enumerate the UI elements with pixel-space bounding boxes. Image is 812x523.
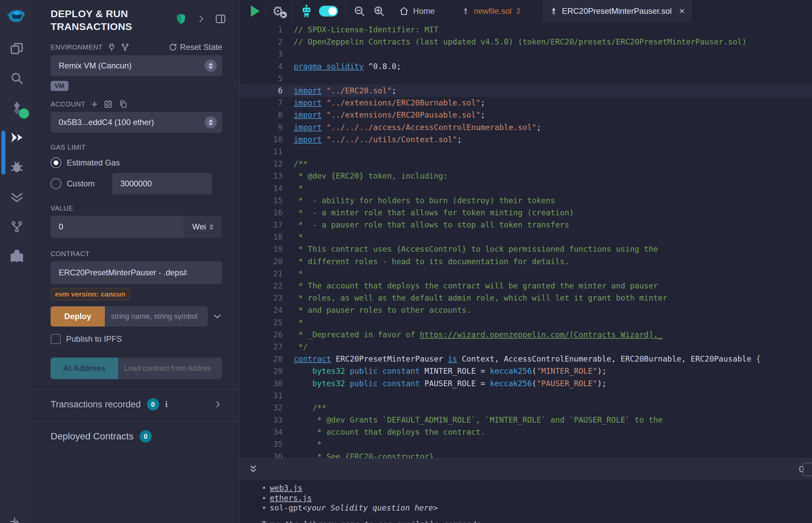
line-number: 33 — [240, 415, 283, 424]
code-line[interactable]: 2// OpenZeppelin Contracts (last updated… — [240, 36, 812, 48]
code-line[interactable]: 24 * and pauser roles to other accounts. — [240, 304, 812, 316]
terminal-search-box[interactable] — [802, 463, 812, 476]
expand-args-icon[interactable] — [212, 311, 222, 322]
tab-home[interactable]: Home — [391, 0, 442, 22]
remix-logo[interactable] — [0, 0, 34, 34]
terminal-output[interactable]: •web3.js•ethers.js•sol-gpt <your Solidit… — [240, 480, 812, 523]
fork-environment-icon[interactable] — [121, 43, 129, 52]
account-select[interactable]: 0x5B3...eddC4 (100 ether) — [51, 112, 222, 133]
reset-state-button[interactable]: Reset State — [169, 42, 222, 52]
vm-badge: VM — [51, 81, 68, 91]
custom-gas-option[interactable]: Custom — [51, 173, 222, 195]
code-line[interactable]: 6import "../ERC20.sol"; — [240, 85, 812, 97]
collapse-panel-icon[interactable] — [197, 15, 205, 23]
publish-checkbox[interactable] — [51, 334, 61, 344]
sidebar-item-file-explorer[interactable] — [0, 34, 34, 64]
code-line[interactable]: 20 * different roles - head to its docum… — [240, 255, 812, 268]
zoom-in-button[interactable] — [373, 5, 385, 18]
value-input[interactable] — [51, 216, 184, 238]
terminal-bar[interactable]: 0 — [240, 458, 812, 480]
code-line[interactable]: 8import "../extensions/ERC20Pausable.sol… — [240, 109, 812, 121]
contract-label: CONTRACT — [51, 250, 222, 258]
code-line[interactable]: 10import "../../../utils/Context.sol"; — [240, 133, 812, 146]
code-line[interactable]: 32 /** — [240, 402, 812, 414]
line-number: 35 — [240, 440, 283, 449]
value-unit-select[interactable]: Wei — [184, 216, 222, 238]
copy-address-icon[interactable] — [119, 100, 127, 109]
sidebar-item-git[interactable] — [0, 212, 34, 241]
code-line[interactable]: 1// SPDX-License-Identifier: MIT — [240, 23, 812, 36]
custom-gas-input[interactable] — [112, 173, 212, 195]
code-line[interactable]: 29 bytes32 public constant MINTER_ROLE =… — [240, 365, 812, 377]
code-line[interactable]: 33 * @dev Grants `DEFAULT_ADMIN_ROLE`, `… — [240, 414, 812, 426]
terminal-link[interactable]: ethers.js — [270, 493, 312, 503]
shield-icon[interactable] — [175, 12, 187, 25]
pin-panel-icon[interactable] — [215, 13, 226, 24]
code-line[interactable]: 34 * account that deploys the contract. — [240, 426, 812, 438]
plug-icon[interactable] — [107, 43, 116, 52]
close-tab-icon[interactable]: × — [679, 6, 685, 17]
code-line[interactable]: 27 */ — [240, 341, 812, 353]
code-line[interactable]: 9import "../../../access/AccessControlEn… — [240, 121, 812, 133]
code-line[interactable]: 14 * — [240, 182, 812, 194]
code-line[interactable]: 7import "../extensions/ERC20Burnable.sol… — [240, 97, 812, 109]
code-line[interactable]: 11 — [240, 146, 812, 158]
run-script-button[interactable] — [251, 5, 260, 17]
deploy-button[interactable]: Deploy — [51, 306, 105, 327]
code-line[interactable]: 31 — [240, 390, 812, 402]
code-line[interactable]: 12/** — [240, 158, 812, 170]
sidebar-item-search[interactable] — [0, 64, 34, 93]
code-line[interactable]: 3 — [240, 48, 812, 60]
code-line[interactable]: 21 * — [240, 268, 812, 280]
zoom-out-button[interactable] — [353, 5, 366, 18]
sidebar-item-learneth[interactable] — [0, 241, 34, 271]
code-line[interactable]: 15 * - ability for holders to burn (dest… — [240, 195, 812, 206]
transactions-recorded-section[interactable]: Transactions recorded 0 i — [51, 398, 222, 411]
code-line[interactable]: 5 — [240, 72, 812, 85]
tab-newfile[interactable]: newfile.sol 2 — [454, 0, 528, 22]
learneth-icon — [10, 249, 24, 264]
line-number: 29 — [240, 367, 283, 375]
code-line[interactable]: 36 * See {ERC20-constructor}. — [240, 451, 812, 458]
code-line[interactable]: 4pragma solidity ^0.8.0; — [240, 60, 812, 72]
line-number: 20 — [240, 257, 283, 266]
code-line[interactable]: 17 * - a pauser role that allows to stop… — [240, 219, 812, 231]
code-editor[interactable]: 1// SPDX-License-Identifier: MIT2// Open… — [240, 22, 812, 458]
git-icon — [10, 220, 23, 233]
ai-assistant-button[interactable] — [299, 4, 314, 18]
info-icon[interactable]: i — [165, 399, 167, 410]
code-line[interactable]: 26 * _Deprecated in favor of https://wiz… — [240, 328, 812, 341]
at-address-input[interactable] — [118, 358, 222, 379]
at-address-button[interactable]: At Address — [51, 358, 118, 379]
code-line[interactable]: 19 * This contract uses {AccessControl} … — [240, 243, 812, 255]
code-line[interactable]: 28contract ERC20PresetMinterPauser is Co… — [240, 353, 812, 365]
code-line[interactable]: 22 * The account that deploys the contra… — [240, 280, 812, 292]
code-line[interactable]: 16 * - a minter role that allows for tok… — [240, 206, 812, 219]
sidebar-item-deploy-run[interactable] — [0, 123, 34, 152]
sign-message-icon[interactable] — [104, 100, 113, 109]
add-account-icon[interactable]: + — [91, 101, 98, 108]
code-line[interactable]: 25 * — [240, 317, 812, 328]
code-line[interactable]: 35 * — [240, 438, 812, 450]
expand-transactions-icon[interactable] — [213, 400, 222, 409]
code-line[interactable]: 13 * @dev {ERC20} token, including: — [240, 170, 812, 182]
estimated-gas-option[interactable]: Estimated Gas — [51, 156, 222, 169]
terminal-link[interactable]: web3.js — [270, 483, 302, 493]
expand-terminal-icon[interactable] — [248, 464, 258, 474]
sidebar-item-unit-testing[interactable] — [0, 182, 34, 212]
sidebar-item-debugger[interactable] — [0, 152, 34, 182]
deployed-contracts-section[interactable]: Deployed Contracts 0 — [51, 430, 222, 443]
environment-select[interactable]: Remix VM (Cancun) — [51, 55, 222, 76]
editor-toolbar: ⚙▶ Home — [240, 0, 812, 22]
tab-erc20presetminterpauser[interactable]: ERC20PresetMinterPauser.sol × — [542, 0, 692, 22]
sidebar-item-plugin-manager[interactable] — [0, 509, 34, 523]
publish-ipfs-option[interactable]: Publish to IPFS — [51, 334, 222, 344]
code-line[interactable]: 30 bytes32 public constant PAUSER_ROLE =… — [240, 377, 812, 389]
ai-copilot-toggle[interactable] — [319, 6, 338, 17]
contract-select[interactable]: ERC20PresetMinterPauser - .deps/ — [51, 261, 222, 284]
run-configuration-button[interactable]: ⚙▶ — [272, 5, 284, 18]
code-line[interactable]: 18 * — [240, 231, 812, 243]
sidebar-item-solidity-compiler[interactable] — [0, 93, 34, 123]
code-line[interactable]: 23 * roles, as well as the default admin… — [240, 292, 812, 304]
constructor-args-input[interactable] — [105, 306, 208, 327]
